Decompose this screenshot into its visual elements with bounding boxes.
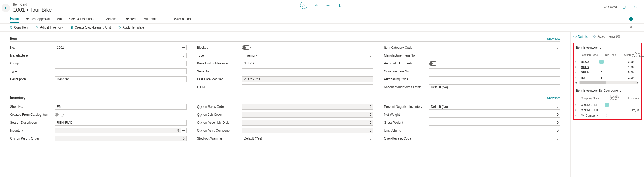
input-qty-purch[interactable] bbox=[55, 136, 187, 141]
factbox-title-inventory[interactable]: Item Inventory ⌄ bbox=[575, 44, 640, 51]
tab-fewer-options[interactable]: Fewer options bbox=[172, 16, 192, 22]
share-button[interactable] bbox=[312, 2, 320, 9]
tab-item[interactable]: Item bbox=[56, 16, 62, 22]
dropdown-item-type[interactable]: ⌄ bbox=[368, 53, 373, 58]
tab-request-approval[interactable]: Request Approval bbox=[25, 16, 50, 22]
input-unit-vol[interactable] bbox=[429, 128, 560, 133]
pin-actions-button[interactable] bbox=[629, 25, 633, 30]
row-expand-icon[interactable]: 〉 bbox=[575, 76, 581, 80]
input-prevent-neg[interactable] bbox=[429, 104, 555, 110]
collapse-factbox-button[interactable] bbox=[632, 3, 639, 11]
inventory-row[interactable]: 〉GRÜN⋮5,00 bbox=[575, 70, 640, 75]
row-expand-icon[interactable]: 〉 bbox=[575, 114, 581, 117]
input-gross-weight[interactable] bbox=[429, 120, 560, 126]
row-expand-icon[interactable]: 〉 bbox=[575, 71, 581, 74]
row-menu-button[interactable]: ⋮ bbox=[599, 76, 604, 80]
row-expand-icon[interactable]: 〉 bbox=[575, 66, 581, 69]
pane-tab-attachments[interactable]: 📎Attachments (0) bbox=[592, 34, 620, 39]
input-buom[interactable] bbox=[242, 61, 368, 66]
row-menu-button[interactable]: ⋮ bbox=[605, 103, 609, 107]
company-row[interactable]: 〉CRONUS DE⋮ bbox=[575, 102, 640, 108]
action-copy-item[interactable]: ⧉Copy Item bbox=[10, 26, 29, 29]
location-code[interactable]: BLAU bbox=[581, 60, 599, 63]
company-row[interactable]: 〉My Company⋮ bbox=[575, 113, 640, 118]
col-inventory2[interactable]: Inventory bbox=[626, 97, 639, 100]
back-button[interactable] bbox=[2, 4, 10, 12]
dropdown-over-receipt[interactable]: ⌄ bbox=[555, 136, 560, 141]
dropdown-group[interactable]: ⌄ bbox=[181, 61, 187, 66]
edit-button[interactable] bbox=[300, 2, 307, 9]
row-menu-button[interactable]: ⋮ bbox=[605, 114, 609, 117]
input-search-desc[interactable] bbox=[55, 120, 187, 126]
input-type-attr[interactable] bbox=[55, 68, 181, 74]
input-mfr-item[interactable] bbox=[429, 53, 560, 58]
col-bin[interactable]: Bin Code bbox=[605, 54, 621, 57]
col-company[interactable]: Company Name bbox=[581, 97, 605, 100]
dropdown-stockout[interactable]: ⌄ bbox=[368, 136, 373, 141]
input-over-receipt[interactable] bbox=[429, 136, 555, 141]
row-menu-button[interactable]: ⋮ bbox=[599, 71, 604, 74]
dropdown-type-attr[interactable]: ⌄ bbox=[181, 68, 187, 74]
input-group[interactable] bbox=[55, 61, 181, 66]
show-less-item[interactable]: Show less bbox=[547, 37, 560, 40]
input-no[interactable] bbox=[55, 45, 181, 50]
tab-actions[interactable]: Actions⌄ bbox=[106, 16, 119, 22]
factbox-title-by-company[interactable]: Item Inventory By Company ⌄ bbox=[575, 87, 640, 94]
input-qty-asm[interactable] bbox=[242, 120, 374, 126]
dropdown-variant[interactable]: ⌄ bbox=[555, 84, 560, 90]
pane-tab-details[interactable]: ⓘDetails bbox=[573, 34, 588, 40]
location-code[interactable]: ROT bbox=[581, 76, 599, 79]
row-expand-icon[interactable]: 〉 bbox=[575, 109, 581, 112]
dropdown-category[interactable]: ⌄ bbox=[555, 45, 560, 50]
input-net-weight[interactable] bbox=[429, 112, 560, 118]
row-menu-button[interactable]: ⋮ bbox=[599, 60, 604, 64]
input-variant[interactable] bbox=[429, 84, 555, 90]
input-category[interactable] bbox=[429, 45, 555, 50]
location-code[interactable]: GELB bbox=[581, 66, 599, 69]
teaching-tip-icon[interactable]: i bbox=[629, 17, 633, 21]
show-less-inventory[interactable]: Show less bbox=[547, 96, 560, 99]
input-qty-comp[interactable] bbox=[242, 128, 374, 133]
tab-related[interactable]: Related⌄ bbox=[125, 16, 138, 22]
input-qty-job[interactable] bbox=[242, 112, 374, 118]
input-gtin[interactable] bbox=[242, 84, 374, 90]
action-apply-template[interactable]: ↻Apply Template bbox=[118, 26, 144, 29]
input-inventory[interactable] bbox=[55, 128, 181, 133]
action-create-sku[interactable]: ▣Create Stockkeeping Unit bbox=[70, 26, 111, 29]
tab-home[interactable]: Home bbox=[10, 15, 19, 23]
delete-button[interactable] bbox=[337, 2, 344, 9]
dropdown-manufacturer[interactable]: ⌄ bbox=[181, 53, 187, 58]
scroll-right-icon[interactable]: ▶ bbox=[637, 81, 640, 84]
row-expand-icon[interactable]: 〉 bbox=[575, 103, 581, 107]
company-name[interactable]: My Company bbox=[581, 114, 605, 117]
lookup-no[interactable]: ⋯ bbox=[181, 45, 187, 50]
col-location[interactable]: Location Code bbox=[581, 54, 599, 57]
company-name[interactable]: CRONUS DE bbox=[581, 103, 605, 106]
input-shelf[interactable] bbox=[55, 104, 187, 110]
row-menu-button[interactable]: ⋮ bbox=[605, 108, 609, 112]
lookup-inventory[interactable]: ⋯ bbox=[181, 128, 187, 133]
tab-automate[interactable]: Automate⌄ bbox=[144, 16, 160, 22]
company-row[interactable]: 〉CRONUS UK⋮12,00 bbox=[575, 108, 640, 113]
input-common[interactable] bbox=[429, 68, 560, 74]
inventory-row[interactable]: 〉GELB⋮1,00 bbox=[575, 64, 640, 70]
dropdown-buom[interactable]: ⌄ bbox=[368, 61, 373, 66]
scroll-left-icon[interactable]: ◀ bbox=[575, 81, 578, 84]
tab-prices[interactable]: Prices & Discounts bbox=[67, 16, 94, 22]
dropdown-purch-code[interactable]: ⌄ bbox=[555, 76, 560, 82]
input-description[interactable] bbox=[55, 76, 187, 82]
new-button[interactable] bbox=[324, 2, 332, 9]
inventory-row[interactable]: 〉BLAU⋮2,00 bbox=[575, 59, 640, 64]
row-menu-button[interactable]: ⋮ bbox=[599, 65, 604, 69]
input-item-type[interactable] bbox=[242, 53, 368, 58]
inventory-row[interactable]: 〉ROT⋮1,00 bbox=[575, 75, 640, 80]
location-code[interactable]: GRÜN bbox=[581, 71, 599, 74]
toggle-blocked[interactable] bbox=[242, 45, 251, 50]
action-adjust-inventory[interactable]: ✎Adjust Inventory bbox=[36, 26, 63, 29]
toggle-auto-ext[interactable] bbox=[429, 61, 437, 66]
input-purch-code[interactable] bbox=[429, 76, 555, 82]
row-expand-icon[interactable]: 〉 bbox=[575, 60, 581, 64]
company-name[interactable]: CRONUS UK bbox=[581, 109, 605, 112]
factbox-hscroll[interactable]: ◀ ▶ bbox=[575, 81, 640, 84]
col-qty-purch[interactable]: QuanPurchase bbox=[634, 52, 641, 58]
